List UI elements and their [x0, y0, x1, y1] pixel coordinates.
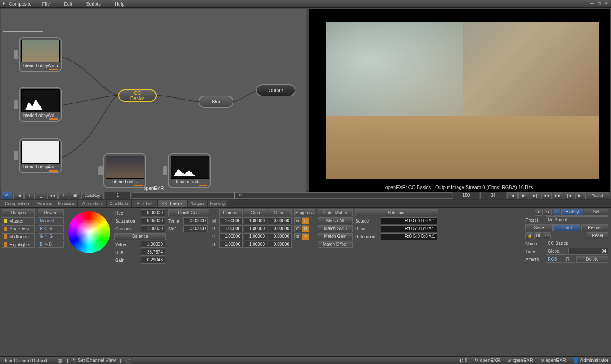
minimap[interactable] [3, 11, 43, 32]
node-handle-icon[interactable] [14, 50, 18, 59]
time-marker-icon[interactable] [234, 192, 235, 199]
m-offset[interactable]: 0.00000 [268, 217, 292, 224]
match-gain-button[interactable]: Match Gain [318, 233, 353, 240]
step-fwd-icon[interactable]: ▶| [530, 192, 540, 199]
suppress-b[interactable]: B [294, 233, 301, 240]
menu-edit[interactable]: Edit [64, 1, 72, 7]
tab-composition[interactable]: Composition [0, 200, 34, 207]
tab-pick-list[interactable]: Pick List [132, 200, 158, 207]
node-handle-icon[interactable] [14, 151, 18, 160]
autokey-button[interactable]: AutoKey [81, 192, 104, 199]
menu-file[interactable]: File [42, 1, 50, 7]
node-image-3[interactable]: InteriorLobbyAni... [19, 138, 62, 173]
tab-cc-basics[interactable]: CC Basics [158, 200, 188, 207]
publish-button[interactable]: Publish [587, 192, 609, 199]
reset-button[interactable]: Reset [587, 232, 608, 239]
lock-icon[interactable]: 🔒 [525, 232, 533, 239]
color-wheel[interactable] [68, 211, 110, 253]
status-user[interactable]: 👤 Administrator [573, 357, 608, 363]
g-offset[interactable]: 0.00000 [268, 233, 292, 240]
play-back-icon[interactable]: ◀ [507, 192, 518, 199]
node-handle-icon[interactable] [98, 166, 103, 175]
r-offset[interactable]: 0.00000 [268, 225, 292, 232]
suppress-y[interactable]: Y [302, 233, 309, 240]
tab-ranges[interactable]: Ranges [188, 200, 207, 207]
viewer-panel[interactable]: openEXR: CC Basics - Output Image Stream… [308, 9, 610, 192]
match-offset-button[interactable]: Match Offset [318, 241, 353, 248]
range-master[interactable]: Master [2, 217, 35, 224]
suppress-r[interactable]: R [294, 217, 301, 224]
goto-out-icon[interactable]: ▶| [575, 192, 586, 199]
reference-value[interactable]: R:0 G:0 B:0 A:1 [381, 233, 437, 240]
ffwd-icon[interactable]: ▶▶ [553, 192, 563, 199]
tab-masking[interactable]: Masking [207, 200, 228, 207]
menu-scripts[interactable]: Scripts [86, 1, 101, 7]
tab-cue-marks[interactable]: Cue Marks [106, 200, 132, 207]
match-smh-button[interactable]: Match SMH [318, 225, 353, 232]
play-icon[interactable]: ▶ [518, 192, 529, 199]
node-image-1[interactable]: InteriorLobbyAnim [19, 37, 62, 72]
save-button[interactable]: Save [525, 224, 553, 231]
channel-view-button[interactable]: ↻ Set Channel View [72, 357, 116, 363]
status-openexr-2[interactable]: ⊛ openEXR [507, 357, 533, 363]
source-value[interactable]: R:0 G:0 B:0 A:1 [381, 217, 437, 224]
node-image-5[interactable]: InteriorLobb... [168, 153, 211, 188]
current-frame-field[interactable]: 1 [105, 192, 131, 199]
node-image-4[interactable]: InteriorLobb... [103, 153, 146, 188]
hue-field[interactable]: 0.00000 [141, 209, 165, 216]
time-value[interactable]: 34 [568, 248, 608, 255]
tab-metadata[interactable]: Metadata [55, 200, 78, 207]
mg-field[interactable]: 0.00000 [183, 225, 208, 232]
minimize-icon[interactable]: — [589, 1, 595, 6]
info-icon[interactable]: ⓘ [126, 358, 131, 363]
range-shadows[interactable]: Shadows [2, 225, 35, 232]
node-handle-icon[interactable] [14, 100, 18, 109]
time-track[interactable]: 34 [132, 192, 452, 199]
rewire-r[interactable]: R <- R [38, 225, 64, 232]
status-left[interactable]: User Defined Default [3, 358, 47, 363]
maximize-icon[interactable]: □ [596, 1, 602, 6]
suppress-m[interactable]: M [302, 225, 309, 232]
temp-field[interactable]: 0.00000 [183, 217, 208, 224]
fwd-icon[interactable]: ↷ [544, 209, 552, 216]
node-image-2[interactable]: InteriorLobbyAni... [19, 87, 62, 122]
suppress-g[interactable]: G [294, 225, 301, 232]
node-blur[interactable]: Blur [199, 96, 233, 108]
rewire-normal[interactable]: Normal [38, 217, 64, 224]
back-icon[interactable]: ↶ [535, 209, 543, 216]
gain-field[interactable]: 0.29043 [141, 257, 165, 264]
m-gain[interactable]: 1.00000 [244, 217, 267, 224]
affects-rgb[interactable]: RGB [546, 256, 562, 263]
tab-animation[interactable]: Animation [78, 200, 106, 207]
r-gamma[interactable]: 1.00000 [219, 225, 243, 232]
time-mode[interactable]: Global [546, 248, 567, 255]
end-frame-field[interactable]: 150 [453, 192, 479, 199]
g-gain[interactable]: 1.00000 [244, 233, 267, 240]
rewire-g[interactable]: G <- G [38, 233, 64, 240]
node-output[interactable]: Output [256, 84, 295, 96]
status-openexr-1[interactable]: ↻ openEXR [474, 357, 500, 363]
b-offset[interactable]: 0.00000 [268, 241, 292, 248]
m-gamma[interactable]: 1.00000 [219, 217, 243, 224]
lock-icon[interactable]: ▣ [70, 192, 80, 199]
in-point-button[interactable]: I [24, 192, 35, 199]
tab-versions[interactable]: Versions [34, 200, 55, 207]
balance-hue-field[interactable]: 38.7574 [141, 249, 165, 256]
saturation-field[interactable]: 0.65000 [141, 217, 165, 224]
reload-button[interactable]: Reload [581, 224, 608, 231]
affects-ir[interactable]: IR [563, 256, 575, 263]
name-field[interactable]: CC Basics [546, 240, 608, 247]
node-handle-icon[interactable] [163, 166, 167, 175]
goto-start-icon[interactable]: |◀ [13, 192, 24, 199]
contrast-field[interactable]: 1.00000 [141, 225, 165, 232]
b-gamma[interactable]: 1.00000 [219, 241, 243, 248]
node-graph-panel[interactable]: InteriorLobbyAnim InteriorLobbyAni... In… [1, 9, 306, 192]
out-point-button[interactable]: ⎯ [36, 192, 46, 199]
range-midtones[interactable]: Midtones [2, 233, 35, 240]
undo-icon[interactable]: ↶ [2, 192, 12, 199]
key-icon[interactable]: ⚿ [58, 192, 69, 199]
range-highlights[interactable]: Highlights [2, 241, 35, 248]
node-cc-basics[interactable]: CC Basics [118, 89, 157, 102]
rewind-icon[interactable]: ◀◀ [541, 192, 552, 199]
result-value[interactable]: R:0 G:0 B:0 A:1 [381, 225, 437, 232]
